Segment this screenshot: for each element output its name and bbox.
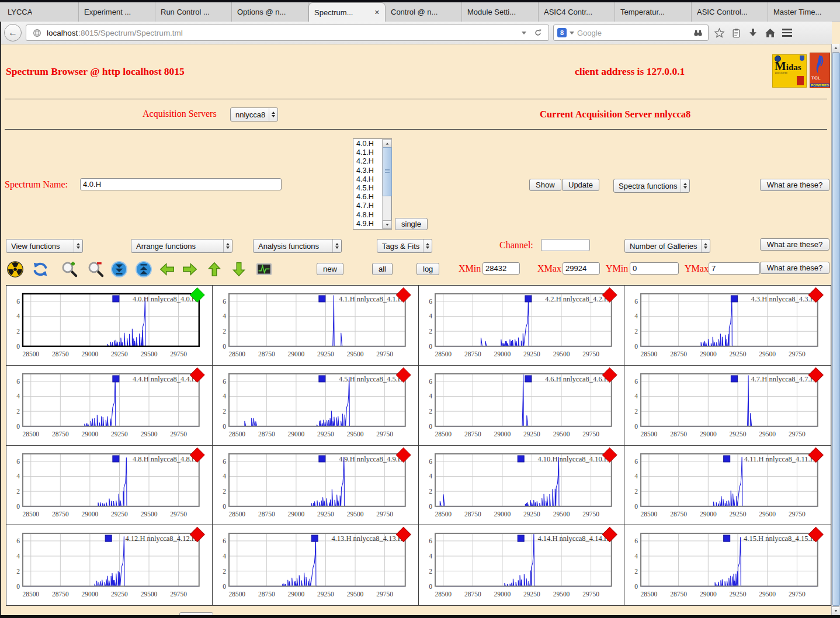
- spectra-functions-select[interactable]: Spectra functions: [613, 179, 690, 193]
- arrange-functions-select[interactable]: Arrange functions: [131, 239, 232, 253]
- clipboard-icon[interactable]: [730, 26, 742, 39]
- scroll-down-icon[interactable]: [832, 606, 839, 615]
- spectrum-cell-4.9.H[interactable]: 28500287502900029250295002975002464.9.H …: [213, 446, 419, 526]
- spectrum-cell-4.8.H[interactable]: 28500287502900029250295002975002464.8.H …: [6, 446, 213, 526]
- what-are-these-button-1[interactable]: What are these?: [760, 179, 829, 191]
- window-scrollbar-thumb[interactable]: [832, 53, 840, 606]
- view-functions-select[interactable]: View functions: [6, 239, 83, 253]
- spectrum-cell-4.5.H[interactable]: 28500287502900029250295002975002464.5.H …: [213, 366, 419, 446]
- tab-close-icon[interactable]: ✕: [371, 9, 380, 16]
- back-button[interactable]: ←: [4, 24, 22, 41]
- xmin-input[interactable]: [483, 262, 520, 275]
- what-are-these-button-2[interactable]: What are these?: [760, 238, 829, 251]
- list-item-4.9.H[interactable]: 4.9.H: [353, 220, 382, 228]
- url-bar[interactable]: localhost :8015/Spectrum/Spectrum.tml: [26, 25, 549, 41]
- tab-experiment[interactable]: Experiment ...: [79, 2, 155, 22]
- url-dropdown-icon[interactable]: [522, 32, 526, 34]
- tab-asic4-contr[interactable]: ASIC4 Contr...: [539, 2, 615, 22]
- search-bar[interactable]: 8 Google: [553, 25, 709, 41]
- arrow-left-icon[interactable]: [158, 260, 176, 279]
- search-dropdown-icon[interactable]: [570, 32, 574, 34]
- zoom-in-icon[interactable]: [60, 260, 79, 279]
- expand-icon[interactable]: [134, 260, 153, 279]
- spectrum-cell-4.7.H[interactable]: 28500287502900029250295002975002464.7.H …: [624, 366, 831, 446]
- list-item-4.7.H[interactable]: 4.7.H: [353, 202, 382, 210]
- spectrum-cell-4.6.H[interactable]: 28500287502900029250295002975002464.6.H …: [419, 366, 625, 446]
- tab-master-time[interactable]: Master Time...: [768, 2, 840, 22]
- reload-icon[interactable]: [532, 26, 544, 39]
- what-are-these-button-3[interactable]: What are these?: [760, 262, 829, 274]
- spectrum-cell-4.3.H[interactable]: 28500287502900029250295002975002464.3.H …: [624, 286, 831, 366]
- radioactive-icon[interactable]: [6, 260, 25, 279]
- single-button[interactable]: single: [395, 218, 428, 230]
- tab-options-n[interactable]: Options @ n...: [232, 2, 308, 22]
- spectrum-plot: 28500287502900029250295002975002464.11.H…: [624, 446, 831, 525]
- arrow-right-icon[interactable]: [181, 260, 199, 279]
- spectrum-cell-4.15.H[interactable]: 28500287502900029250295002975002464.15.H…: [624, 525, 831, 605]
- all-button[interactable]: all: [372, 263, 393, 275]
- menu-icon[interactable]: [780, 26, 793, 39]
- spectrum-cell-4.4.H[interactable]: 28500287502900029250295002975002464.4.H …: [6, 366, 213, 446]
- arrow-down-icon[interactable]: [230, 260, 248, 279]
- list-item-4.0.H[interactable]: 4.0.H: [353, 140, 382, 148]
- new-button[interactable]: new: [317, 263, 343, 275]
- svg-text:29000: 29000: [82, 430, 99, 438]
- svg-text:29000: 29000: [82, 350, 99, 357]
- svg-text:6: 6: [223, 457, 226, 464]
- home-icon[interactable]: [763, 26, 776, 39]
- list-item-4.5.H[interactable]: 4.5.H: [353, 184, 382, 193]
- list-item-4.4.H[interactable]: 4.4.H: [353, 175, 382, 184]
- oscilloscope-icon[interactable]: [255, 260, 273, 279]
- scroll-down-icon[interactable]: [383, 220, 392, 229]
- refresh-icon[interactable]: [31, 260, 50, 279]
- spectrum-cell-4.2.H[interactable]: 28500287502900029250295002975002464.2.H …: [419, 286, 625, 366]
- show-button[interactable]: Show: [529, 179, 561, 191]
- ymax-input[interactable]: [709, 262, 760, 275]
- tab-spectrum[interactable]: Spectrum...✕: [308, 2, 386, 22]
- tab-control-n[interactable]: Control @ n...: [386, 2, 462, 22]
- list-item-4.8.H[interactable]: 4.8.H: [353, 211, 382, 220]
- tab-module-setti[interactable]: Module Setti...: [462, 2, 539, 22]
- zoom-out-icon[interactable]: [86, 260, 105, 279]
- tab-temperatur[interactable]: Temperatur...: [615, 2, 692, 22]
- tab-asic-control[interactable]: ASIC Control...: [692, 2, 768, 22]
- update-button[interactable]: Update: [562, 179, 599, 191]
- xmax-input[interactable]: [563, 262, 600, 275]
- download-icon[interactable]: [747, 26, 759, 39]
- channel-input[interactable]: [541, 239, 590, 251]
- scroll-up-icon[interactable]: [832, 44, 839, 53]
- acquisition-server-select[interactable]: nnlycca8: [230, 107, 278, 121]
- spectrum-cell-4.0.H[interactable]: 28500287502900029250295002975002464.0.H …: [6, 286, 213, 366]
- collapse-icon[interactable]: [110, 260, 129, 279]
- svg-text:29750: 29750: [789, 350, 806, 357]
- scrollbar-thumb[interactable]: [383, 147, 392, 196]
- window-scrollbar[interactable]: [831, 44, 840, 615]
- spectrum-name-input[interactable]: [80, 178, 282, 190]
- spectrum-cell-4.14.H[interactable]: 28500287502900029250295002975002464.14.H…: [419, 525, 625, 605]
- binoculars-icon[interactable]: [692, 26, 704, 39]
- svg-text:29250: 29250: [111, 350, 128, 357]
- midas-redbox: [797, 76, 804, 85]
- list-item-4.6.H[interactable]: 4.6.H: [353, 193, 382, 202]
- tab-run-control[interactable]: Run Control ...: [155, 2, 232, 22]
- list-item-4.1.H[interactable]: 4.1.H: [353, 148, 382, 157]
- list-item-4.3.H[interactable]: 4.3.H: [353, 166, 382, 175]
- svg-text:4: 4: [223, 473, 226, 480]
- spectrum-cell-4.12.H[interactable]: 28500287502900029250295002975002464.12.H…: [6, 525, 213, 605]
- analysis-functions-select[interactable]: Analysis functions: [253, 239, 342, 253]
- spectrum-cell-4.10.H[interactable]: 28500287502900029250295002975002464.10.H…: [419, 446, 625, 526]
- log-button[interactable]: log: [416, 263, 439, 275]
- bookmark-star-icon[interactable]: [713, 26, 726, 39]
- number-of-galleries-select[interactable]: Number of Galleries: [624, 239, 710, 253]
- ymin-input[interactable]: [630, 262, 679, 275]
- spectrum-listbox[interactable]: 4.0.H4.1.H4.2.H4.3.H4.4.H4.5.H4.6.H4.7.H…: [353, 138, 392, 230]
- arrow-up-icon[interactable]: [205, 260, 224, 279]
- scroll-up-icon[interactable]: [383, 139, 392, 148]
- list-item-4.2.H[interactable]: 4.2.H: [353, 157, 382, 166]
- tags-fits-select[interactable]: Tags & Fits: [377, 239, 432, 253]
- spectrum-cell-4.11.H[interactable]: 28500287502900029250295002975002464.11.H…: [624, 446, 831, 526]
- spectrum-cell-4.13.H[interactable]: 28500287502900029250295002975002464.13.H…: [213, 525, 419, 605]
- spectrum-cell-4.1.H[interactable]: 28500287502900029250295002975002464.1.H …: [213, 286, 419, 366]
- tab-lycca[interactable]: LYCCA: [2, 2, 79, 22]
- listbox-scrollbar[interactable]: [382, 139, 391, 229]
